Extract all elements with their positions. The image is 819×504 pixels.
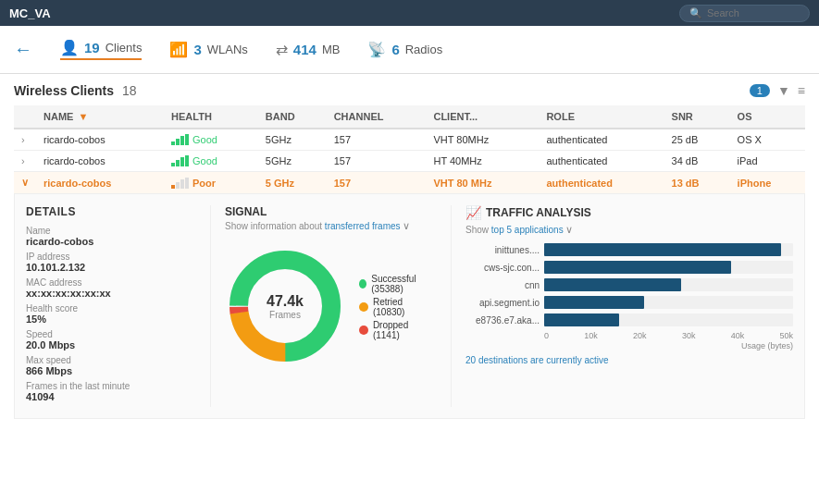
col-band[interactable]: BAND	[258, 105, 327, 129]
signal-heading: SIGNAL	[225, 205, 437, 218]
col-os[interactable]: OS	[730, 105, 805, 129]
donut-legend: Successful (35388) Retried (10830) Dropp…	[359, 274, 437, 343]
cell-os: iPad	[730, 151, 805, 172]
bar-track-1	[544, 243, 793, 256]
signal-chevron[interactable]: ∨	[403, 220, 410, 231]
expand-arrow[interactable]: ›	[21, 155, 25, 166]
legend-dropped: Dropped (1141)	[359, 320, 437, 340]
cell-os-expanded: iPhone	[730, 172, 805, 194]
nav-stat-data[interactable]: ⇄ 414 MB	[276, 41, 341, 58]
cell-snr-expanded: 13 dB	[664, 172, 730, 194]
section-title-area: Wireless Clients 18	[14, 83, 137, 98]
wlans-count: 3	[193, 42, 201, 57]
col-name[interactable]: NAME ▼	[36, 105, 164, 129]
bar-fill-3	[544, 278, 681, 291]
grid-icon[interactable]: ≡	[798, 83, 805, 98]
bar-fill-5	[544, 313, 619, 326]
expand-arrow-open[interactable]: ∨	[21, 177, 29, 188]
nav-stat-clients[interactable]: 👤 19 Clients	[60, 39, 142, 60]
traffic-link[interactable]: top 5 applications	[491, 225, 564, 235]
signal-subtext: Show information about transferred frame…	[225, 220, 437, 232]
legend-dot-orange	[359, 302, 368, 312]
traffic-chevron[interactable]: ∨	[565, 224, 573, 235]
field-health: Health score 15%	[26, 303, 196, 325]
bar-chart: inittunes.... cws-sjc.con... cnn	[465, 243, 793, 350]
radios-icon: 📡	[367, 41, 386, 58]
col-snr[interactable]: SNR	[664, 105, 730, 129]
clients-label: Clients	[105, 41, 143, 55]
search-icon: 🔍	[689, 7, 702, 19]
filter-icon[interactable]: ▼	[777, 83, 790, 98]
col-channel[interactable]: CHANNEL	[327, 105, 427, 129]
search-box[interactable]: 🔍	[679, 5, 810, 22]
field-ip: IP address 10.101.2.132	[26, 252, 196, 273]
header-actions: 1 ▼ ≡	[750, 83, 805, 98]
col-role[interactable]: ROLE	[539, 105, 664, 129]
signal-section: SIGNAL Show information about transferre…	[211, 205, 452, 407]
cell-client-expanded: VHT 80 MHz	[426, 172, 539, 194]
main-content: Wireless Clients 18 1 ▼ ≡ NAME ▼ HEALTH …	[0, 74, 819, 504]
back-button[interactable]: ←	[14, 39, 32, 60]
bar-row-1: inittunes....	[465, 243, 793, 256]
data-icon: ⇄	[276, 41, 288, 58]
expand-arrow[interactable]: ›	[21, 134, 25, 145]
radios-label: Radios	[405, 43, 442, 56]
cell-channel-expanded: 157	[327, 172, 427, 194]
field-speed: Speed 20.0 Mbps	[26, 329, 196, 350]
details-heading: DETAILS	[26, 205, 196, 218]
bar-fill-1	[544, 243, 781, 256]
cell-band-expanded: 5 GHz	[258, 172, 327, 194]
section-header: Wireless Clients 18 1 ▼ ≡	[14, 83, 805, 98]
traffic-heading: 📈 TRAFFIC ANALYSIS	[465, 205, 793, 220]
bar-track-4	[544, 296, 793, 309]
signal-donut-area: 47.4k Frames Successful (35388) Retried …	[225, 237, 437, 375]
app-title: MC_VA	[9, 6, 51, 20]
search-input[interactable]	[707, 7, 800, 18]
col-client[interactable]: CLIENT...	[426, 105, 539, 129]
donut-chart: 47.4k Frames	[225, 246, 345, 366]
col-health[interactable]: HEALTH	[164, 105, 258, 129]
wlans-label: WLANs	[207, 43, 248, 56]
data-unit: MB	[322, 43, 341, 56]
bar-row-5: e8736.e7.aka...	[465, 313, 793, 326]
bar-label-5: e8736.e7.aka...	[465, 315, 540, 326]
cell-name: ricardo-cobos	[36, 151, 164, 172]
clients-icon: 👤	[60, 39, 79, 56]
nav-stat-radios[interactable]: 📡 6 Radios	[367, 41, 442, 58]
top-nav: ← 👤 19 Clients 📶 3 WLANs ⇄ 414 MB 📡 6 Ra…	[0, 26, 819, 74]
traffic-footer[interactable]: 20 destinations are currently active	[465, 355, 793, 365]
bar-label-2: cws-sjc.con...	[465, 263, 540, 273]
badge-count: 1	[750, 84, 770, 97]
clients-table: NAME ▼ HEALTH BAND CHANNEL CLIENT... ROL…	[14, 105, 805, 193]
bar-fill-2	[544, 261, 731, 274]
sort-icon: ▼	[78, 111, 88, 122]
details-section: DETAILS Name ricardo-cobos IP address 10…	[26, 205, 211, 407]
legend-successful: Successful (35388)	[359, 274, 437, 294]
cell-channel: 157	[327, 151, 427, 172]
field-max-speed: Max speed 866 Mbps	[26, 355, 196, 376]
cell-role: authenticated	[539, 129, 664, 151]
section-count: 18	[122, 83, 137, 98]
bar-label-3: cnn	[465, 280, 540, 290]
field-name: Name ricardo-cobos	[26, 226, 196, 247]
cell-band: 5GHz	[258, 129, 327, 151]
table-row[interactable]: › ricardo-cobos Good 5GHz 157	[14, 151, 805, 172]
table-row-expanded[interactable]: ∨ ricardo-cobos Poor 5 GHz 157	[14, 172, 805, 194]
cell-os: OS X	[730, 129, 805, 151]
cell-band: 5GHz	[258, 151, 327, 172]
table-row[interactable]: › ricardo-cobos Good 5GHz 157	[14, 129, 805, 151]
table-header-row: NAME ▼ HEALTH BAND CHANNEL CLIENT... ROL…	[14, 105, 805, 129]
nav-stat-wlans[interactable]: 📶 3 WLANs	[169, 41, 247, 58]
cell-health: Good	[164, 129, 258, 151]
data-count: 414	[293, 42, 316, 57]
legend-retried: Retried (10830)	[359, 297, 437, 317]
cell-health: Good	[164, 151, 258, 172]
signal-link[interactable]: transferred frames	[325, 221, 401, 231]
cell-channel: 157	[327, 129, 427, 151]
field-frames: Frames in the last minute 41094	[26, 381, 196, 402]
cell-name-expanded: ricardo-cobos	[36, 172, 164, 194]
cell-snr: 34 dB	[664, 151, 730, 172]
traffic-section: 📈 TRAFFIC ANALYSIS Show top 5 applicatio…	[452, 205, 793, 407]
col-expand	[14, 105, 36, 129]
bar-fill-4	[544, 296, 644, 309]
